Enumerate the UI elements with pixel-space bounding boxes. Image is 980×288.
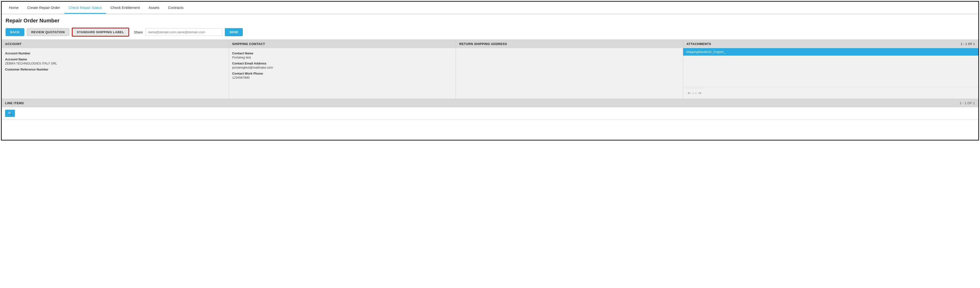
attachments-footer: ⇤ ‹ › ⇥ [683, 87, 978, 99]
nav-item-check-repair-status[interactable]: Check Repair Status [64, 2, 106, 14]
last-page-icon[interactable]: ⇥ [698, 91, 701, 95]
return-shipping-section: RETURN SHIPPING ADDRESS [456, 40, 683, 99]
share-label: Share [134, 30, 143, 34]
back-button[interactable]: BACK [6, 28, 24, 36]
next-page-icon[interactable]: › [695, 91, 696, 95]
search-button[interactable]: 🔍 [5, 110, 15, 117]
line-items-label: LINE ITEMS [5, 101, 24, 105]
attachments-header-count: 1 - 1 of 1 [961, 42, 975, 46]
account-section: ACCOUNT Account Number Account Name ZEBR… [2, 40, 229, 99]
contact-name-label: Contact Name [232, 52, 453, 55]
attachment-item[interactable]: ShippingManifest1_English_ [683, 48, 978, 55]
account-body: Account Number Account Name ZEBRA TECHNO… [2, 48, 229, 99]
search-icon: 🔍 [8, 111, 12, 115]
attachments-header: ATTACHMENTS 1 - 1 of 1 [683, 40, 978, 48]
contact-email-label: Contact Email Address [232, 62, 453, 65]
content-grid: ACCOUNT Account Number Account Name ZEBR… [2, 40, 978, 99]
nav-item-assets[interactable]: Assets [144, 2, 164, 14]
pagination-controls: ⇤ ‹ › ⇥ [686, 88, 704, 98]
send-button[interactable]: SEND [225, 28, 243, 36]
contact-phone-label: Contact Work Phone [232, 72, 453, 75]
prev-page-icon[interactable]: ‹ [692, 91, 694, 95]
page-title: Repair Order Number [2, 14, 978, 26]
account-header: ACCOUNT [2, 40, 229, 48]
attachments-section: ATTACHMENTS 1 - 1 of 1 ShippingManifest1… [683, 40, 978, 99]
shipping-contact-body: Contact Name Portalreg test Contact Emai… [229, 48, 456, 99]
return-shipping-body [456, 48, 683, 99]
account-name-label: Account Name [5, 57, 225, 61]
first-page-icon[interactable]: ⇤ [688, 91, 691, 95]
search-bar: 🔍 [2, 107, 978, 120]
return-shipping-header: RETURN SHIPPING ADDRESS [456, 40, 683, 48]
account-number-label: Account Number [5, 52, 225, 55]
line-items-count: 1 - 1 of 1 [959, 101, 975, 105]
nav-bar: Home Create Repair Order Check Repair St… [2, 2, 978, 14]
shipping-contact-header: SHIPPING CONTACT [229, 40, 456, 48]
contact-email-value: portalregtest@mailinator.com [232, 66, 453, 69]
review-quotation-button[interactable]: REVIEW QUOTATION [27, 28, 69, 36]
shipping-contact-section: SHIPPING CONTACT Contact Name Portalreg … [229, 40, 456, 99]
standard-shipping-label-button[interactable]: STANDARD SHIPPING LABEL [72, 28, 129, 36]
contact-name-value: Portalreg test [232, 55, 453, 59]
toolbar: BACK REVIEW QUOTATION STANDARD SHIPPING … [2, 26, 978, 40]
nav-item-contracts[interactable]: Contracts [164, 2, 188, 14]
customer-ref-label: Customer Reference Number [5, 68, 225, 71]
nav-item-check-entitlement[interactable]: Check Entitlement [106, 2, 144, 14]
nav-item-create-repair-order[interactable]: Create Repair Order [23, 2, 64, 14]
attachments-body: ShippingManifest1_English_ ⇤ ‹ › ⇥ [683, 48, 978, 99]
share-email-input[interactable] [145, 28, 223, 36]
nav-item-home[interactable]: Home [5, 2, 23, 14]
account-name-value: ZEBRA TECHNOLOGIES ITALY SRL [5, 62, 225, 65]
contact-phone-value: 1234567890 [232, 76, 453, 79]
line-items-bar: LINE ITEMS 1 - 1 of 1 [2, 99, 978, 107]
